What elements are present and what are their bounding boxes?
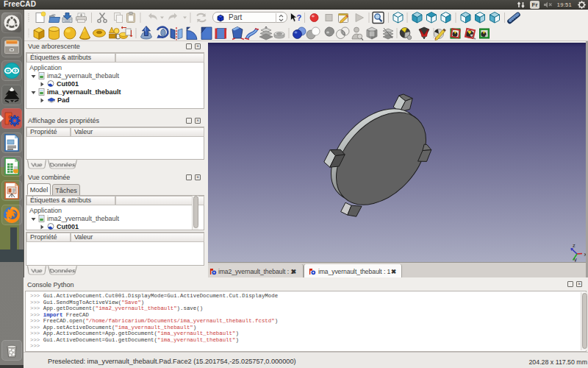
svg-text:z: z: [573, 242, 576, 249]
svg-text:?: ?: [297, 13, 302, 22]
svg-text:y: y: [574, 256, 577, 262]
